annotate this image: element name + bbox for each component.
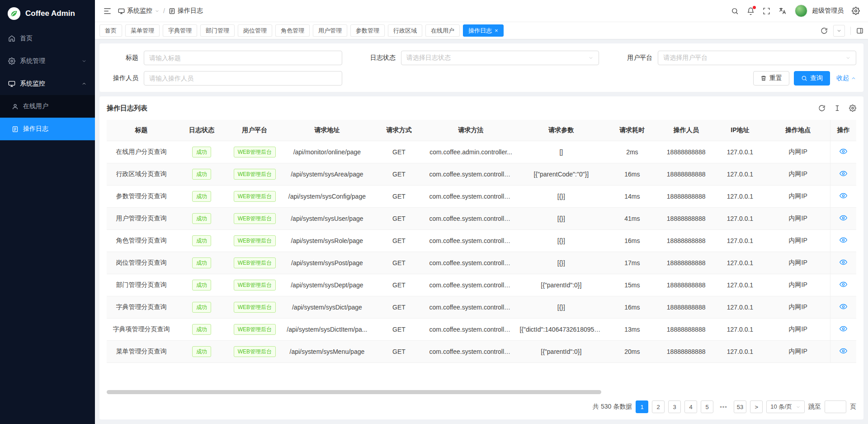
page-button-53[interactable]: 53 bbox=[734, 400, 746, 413]
view-detail-icon[interactable] bbox=[840, 258, 847, 266]
cell-time: 16ms bbox=[606, 229, 658, 252]
tab-菜单管理[interactable]: 菜单管理 bbox=[125, 24, 160, 37]
platform-badge: WEB管理后台 bbox=[234, 235, 276, 246]
log-table-body: 在线用户分页查询成功WEB管理后台/api/monitor/online/pag… bbox=[107, 141, 856, 362]
view-detail-icon[interactable] bbox=[840, 214, 847, 222]
tab-参数管理[interactable]: 参数管理 bbox=[350, 24, 385, 37]
tab-在线用户[interactable]: 在线用户 bbox=[425, 24, 460, 37]
operator-input[interactable] bbox=[144, 71, 342, 86]
tab-list: 首页菜单管理字典管理部门管理岗位管理角色管理用户管理参数管理行政区域在线用户操作… bbox=[99, 24, 817, 37]
refresh-icon[interactable] bbox=[821, 27, 828, 34]
layout-panel-icon[interactable] bbox=[856, 27, 863, 34]
page-button-1[interactable]: 1 bbox=[636, 400, 648, 413]
platform-badge: WEB管理后台 bbox=[234, 324, 276, 335]
view-detail-icon[interactable] bbox=[840, 347, 847, 355]
log-table: 标题日志状态用户平台请求地址请求方式请求方法请求参数请求耗时操作人员IP地址操作… bbox=[107, 120, 856, 363]
cell-time: 41ms bbox=[606, 207, 658, 229]
breadcrumb-parent[interactable]: 系统监控 bbox=[118, 7, 160, 15]
cell-status: 成功 bbox=[176, 252, 227, 274]
tab-label: 用户管理 bbox=[318, 27, 342, 35]
query-button[interactable]: 查询 bbox=[794, 71, 830, 86]
collapse-label: 收起 bbox=[836, 74, 849, 82]
cell-params: [{}] bbox=[516, 252, 606, 274]
collapse-toggle[interactable]: 收起 bbox=[836, 74, 856, 82]
query-label: 查询 bbox=[810, 74, 823, 82]
tab-close-icon[interactable]: × bbox=[495, 28, 498, 33]
view-detail-icon[interactable] bbox=[840, 148, 847, 155]
sidebar-item-home[interactable]: 首页 bbox=[0, 27, 95, 50]
title-input[interactable] bbox=[144, 51, 342, 65]
tab-首页[interactable]: 首页 bbox=[99, 24, 122, 37]
search-icon[interactable] bbox=[731, 7, 739, 15]
translate-icon[interactable] bbox=[778, 7, 787, 15]
tab-行政区域[interactable]: 行政区域 bbox=[388, 24, 422, 37]
cell-params: [{"parentCode":"0"}] bbox=[516, 163, 606, 185]
page-button-2[interactable]: 2 bbox=[652, 400, 665, 413]
trash-icon bbox=[760, 75, 767, 81]
log-status-select[interactable]: 请选择日志状态 bbox=[401, 51, 599, 65]
jump-page-input[interactable] bbox=[825, 400, 846, 413]
horizontal-scrollbar[interactable] bbox=[107, 390, 856, 394]
page-button-5[interactable]: 5 bbox=[701, 400, 713, 413]
cell-action bbox=[830, 318, 856, 340]
page-list: 12345•••53 bbox=[636, 400, 746, 413]
status-badge: 成功 bbox=[192, 346, 211, 357]
tab-角色管理[interactable]: 角色管理 bbox=[275, 24, 310, 37]
view-detail-icon[interactable] bbox=[840, 303, 847, 310]
view-detail-icon[interactable] bbox=[840, 325, 847, 333]
tab-部门管理[interactable]: 部门管理 bbox=[200, 24, 235, 37]
column-settings-gear-icon[interactable] bbox=[849, 105, 856, 112]
reset-button[interactable]: 重置 bbox=[753, 71, 789, 86]
tab-字典管理[interactable]: 字典管理 bbox=[163, 24, 197, 37]
sidebar-item-operation-log[interactable]: 操作日志 bbox=[0, 118, 95, 140]
page-button-4[interactable]: 4 bbox=[684, 400, 697, 413]
view-detail-icon[interactable] bbox=[840, 236, 847, 244]
column-header-2: 用户平台 bbox=[227, 120, 282, 141]
view-detail-icon[interactable] bbox=[840, 281, 847, 288]
user-platform-select[interactable]: 请选择用户平台 bbox=[658, 51, 856, 65]
notification-bell-icon[interactable] bbox=[747, 7, 755, 15]
app-root: Coffee Admin 首页 系统管理 bbox=[0, 0, 868, 424]
breadcrumb-parent-label: 系统监控 bbox=[127, 7, 152, 15]
tab-用户管理[interactable]: 用户管理 bbox=[313, 24, 347, 37]
chevron-down-icon bbox=[796, 405, 801, 410]
sidebar-item-system-monitor[interactable]: 系统监控 bbox=[0, 72, 95, 95]
refresh-icon[interactable] bbox=[818, 105, 826, 112]
cell-operator: 18888888888 bbox=[658, 274, 714, 296]
cell-params: [{}] bbox=[516, 185, 606, 207]
page-size-select[interactable]: 10 条/页 bbox=[766, 400, 805, 413]
cell-ip: 127.0.0.1 bbox=[714, 185, 766, 207]
sidebar-item-system-management[interactable]: 系统管理 bbox=[0, 50, 95, 72]
next-page-button[interactable]: > bbox=[750, 400, 763, 413]
cell-ip: 127.0.0.1 bbox=[714, 318, 766, 340]
app-title: Coffee Admin bbox=[25, 9, 75, 18]
density-icon[interactable] bbox=[834, 105, 841, 112]
view-detail-icon[interactable] bbox=[840, 192, 847, 200]
tab-岗位管理[interactable]: 岗位管理 bbox=[238, 24, 272, 37]
table-row: 在线用户分页查询成功WEB管理后台/api/monitor/online/pag… bbox=[107, 141, 856, 163]
sidebar-item-online-users[interactable]: 在线用户 bbox=[0, 95, 95, 118]
settings-gear-icon[interactable] bbox=[852, 7, 860, 15]
cell-url: /api/system/sysArea/page bbox=[282, 163, 372, 185]
field-title: 标题 bbox=[107, 51, 342, 65]
cell-func: com.coffee.admin.controller... bbox=[426, 141, 516, 163]
page-button-3[interactable]: 3 bbox=[668, 400, 681, 413]
fullscreen-icon[interactable] bbox=[763, 7, 770, 15]
page-size-label: 10 条/页 bbox=[770, 403, 792, 411]
username: 超级管理员 bbox=[812, 7, 844, 15]
platform-badge: WEB管理后台 bbox=[234, 280, 276, 291]
column-header-7: 请求耗时 bbox=[606, 120, 658, 141]
table-header-row: 标题日志状态用户平台请求地址请求方式请求方法请求参数请求耗时操作人员IP地址操作… bbox=[107, 120, 856, 141]
page-ellipsis[interactable]: ••• bbox=[717, 400, 730, 413]
scrollbar-thumb[interactable] bbox=[107, 390, 601, 394]
field-operator: 操作人员 bbox=[107, 71, 342, 86]
table-row: 参数管理分页查询成功WEB管理后台/api/system/sysConfig/p… bbox=[107, 185, 856, 207]
tab-操作日志[interactable]: 操作日志× bbox=[463, 24, 504, 37]
cell-url: /api/monitor/online/page bbox=[282, 141, 372, 163]
cell-title: 参数管理分页查询 bbox=[107, 185, 176, 207]
tab-dropdown-button[interactable] bbox=[833, 25, 845, 37]
menu-collapse-icon[interactable] bbox=[103, 7, 112, 15]
avatar[interactable] bbox=[795, 5, 807, 17]
view-detail-icon[interactable] bbox=[840, 170, 847, 177]
sidebar-item-label: 首页 bbox=[20, 34, 33, 43]
